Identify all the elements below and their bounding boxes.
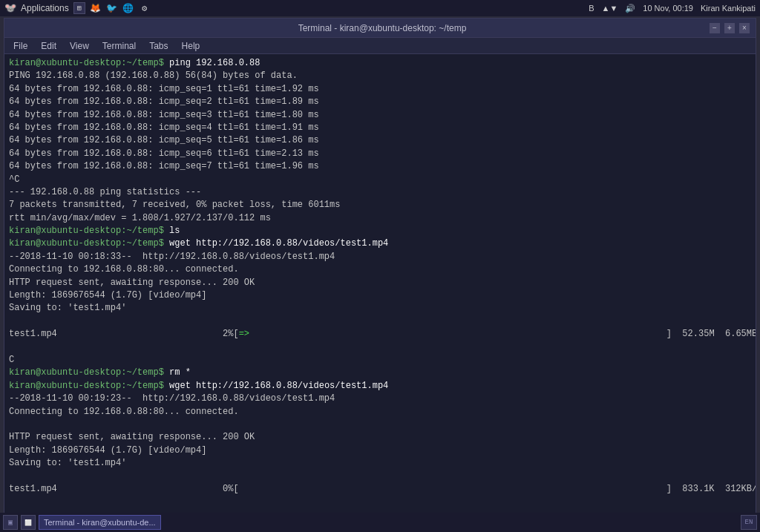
terminal-window: Terminal - kiran@xubuntu-desktop: ~/temp… <box>4 18 756 516</box>
maximize-button[interactable]: + <box>724 23 735 33</box>
terminal-line: Saving to: 'test1.mp4' <box>9 457 751 470</box>
volume-icon: 🔊 <box>625 4 635 13</box>
menu-tabs[interactable]: Tabs <box>143 39 174 53</box>
taskbar-bottom-left: ▣ ⬜ Terminal - kiran@xubuntu-de... <box>3 515 161 530</box>
progress-line-1: test1.mp4 2%[=> ] 52.35M 6.65MB/s eta 4m… <box>9 328 751 341</box>
close-button[interactable]: × <box>739 23 750 33</box>
terminal-line <box>9 315 751 328</box>
terminal-line: Length: 1869676544 (1.7G) [video/mp4] <box>9 289 751 302</box>
firefox-icon[interactable]: 🦊 <box>90 2 102 14</box>
menu-view[interactable]: View <box>64 39 95 53</box>
menu-terminal[interactable]: Terminal <box>96 39 142 53</box>
terminal-line: --2018-11-10 00:19:23-- http://192.168.0… <box>9 393 751 405</box>
apps-icon: 🐭 <box>4 2 16 14</box>
taskbar-top-right: B ▲▼ 🔊 10 Nov, 00:19 Kiran Kankipati <box>589 4 756 13</box>
terminal-line: Connecting to 192.168.0.88:80... connect… <box>9 406 751 418</box>
terminal-line: HTTP request sent, awaiting response... … <box>9 277 751 289</box>
terminal-line: 64 bytes from 192.168.0.88: icmp_seq=4 t… <box>9 122 751 134</box>
username: Kiran Kankipati <box>701 4 756 13</box>
show-desktop-icon[interactable]: ⬜ <box>21 515 36 530</box>
terminal-line: 64 bytes from 192.168.0.88: icmp_seq=7 t… <box>9 160 751 173</box>
thunderbird-icon[interactable]: 🐦 <box>106 2 118 14</box>
terminal-line: kiran@xubuntu-desktop:~/temp$ ls <box>9 225 751 237</box>
desktop-icon[interactable]: ▣ <box>3 515 18 530</box>
window-title: Terminal - kiran@xubuntu-desktop: ~/temp <box>55 23 710 33</box>
apps-label[interactable]: Applications <box>21 3 69 13</box>
titlebar: Terminal - kiran@xubuntu-desktop: ~/temp… <box>4 19 756 38</box>
terminal-content[interactable]: kiran@xubuntu-desktop:~/temp$ ping 192.1… <box>4 54 756 516</box>
terminal-line: HTTP request sent, awaiting response... … <box>9 431 751 444</box>
progress-line-2: test1.mp4 0%[ ] 833.1K 312KB/s <box>9 483 751 496</box>
taskbar-top-left: 🐭 Applications ⊞ 🦊 🐦 🌐 ⚙ <box>4 2 151 14</box>
terminal-line: --2018-11-10 00:18:33-- http://192.168.0… <box>9 251 751 263</box>
terminal-line: C <box>9 354 751 367</box>
terminal-line: 64 bytes from 192.168.0.88: icmp_seq=6 t… <box>9 148 751 160</box>
terminal-line: Connecting to 192.168.0.88:80... connect… <box>9 263 751 276</box>
terminal-line <box>9 341 751 354</box>
taskbar-top: 🐭 Applications ⊞ 🦊 🐦 🌐 ⚙ B ▲▼ 🔊 10 Nov, … <box>0 0 760 16</box>
terminal-line: 64 bytes from 192.168.0.88: icmp_seq=5 t… <box>9 134 751 147</box>
terminal-line <box>9 470 751 483</box>
menu-help[interactable]: Help <box>176 39 206 53</box>
chrome-icon[interactable]: 🌐 <box>122 2 134 14</box>
settings-icon[interactable]: ⚙ <box>139 2 151 14</box>
grid-icon[interactable]: ⊞ <box>73 2 85 14</box>
terminal-line: 7 packets transmitted, 7 received, 0% pa… <box>9 199 751 211</box>
kbd-layout-icon: EN <box>741 515 757 530</box>
datetime: 10 Nov, 00:19 <box>643 4 693 13</box>
terminal-line: ^C <box>9 174 751 186</box>
menubar: File Edit View Terminal Tabs Help <box>4 38 756 54</box>
terminal-line: Length: 1869676544 (1.7G) [video/mp4] <box>9 444 751 457</box>
terminal-line: PING 192.168.0.88 (192.168.0.88) 56(84) … <box>9 70 751 82</box>
terminal-line: 64 bytes from 192.168.0.88: icmp_seq=2 t… <box>9 96 751 108</box>
menu-edit[interactable]: Edit <box>35 39 62 53</box>
terminal-line: rtt min/avg/max/mdev = 1.808/1.927/2.137… <box>9 212 751 225</box>
bluetooth-icon: B <box>589 4 594 13</box>
terminal-line: 64 bytes from 192.168.0.88: icmp_seq=3 t… <box>9 109 751 122</box>
terminal-taskbar-item[interactable]: Terminal - kiran@xubuntu-de... <box>39 515 161 530</box>
terminal-line: kiran@xubuntu-desktop:~/temp$ wget http:… <box>9 237 751 250</box>
terminal-line: kiran@xubuntu-desktop:~/temp$ wget http:… <box>9 380 751 393</box>
terminal-line: 64 bytes from 192.168.0.88: icmp_seq=1 t… <box>9 83 751 96</box>
terminal-line: kiran@xubuntu-desktop:~/temp$ rm * <box>9 367 751 379</box>
terminal-line <box>9 418 751 431</box>
terminal-line: Saving to: 'test1.mp4' <box>9 302 751 315</box>
titlebar-controls: − + × <box>710 23 750 33</box>
terminal-line: kiran@xubuntu-desktop:~/temp$ ping 192.1… <box>9 57 751 70</box>
terminal-line: --- 192.168.0.88 ping statistics --- <box>9 186 751 199</box>
terminal-taskbar-label: Terminal - kiran@xubuntu-de... <box>44 518 156 527</box>
taskbar-bottom-right: EN <box>741 515 757 530</box>
menu-file[interactable]: File <box>7 39 33 53</box>
taskbar-bottom: ▣ ⬜ Terminal - kiran@xubuntu-de... EN <box>0 513 760 532</box>
network-icon: ▲▼ <box>602 4 618 13</box>
minimize-button[interactable]: − <box>710 23 720 33</box>
